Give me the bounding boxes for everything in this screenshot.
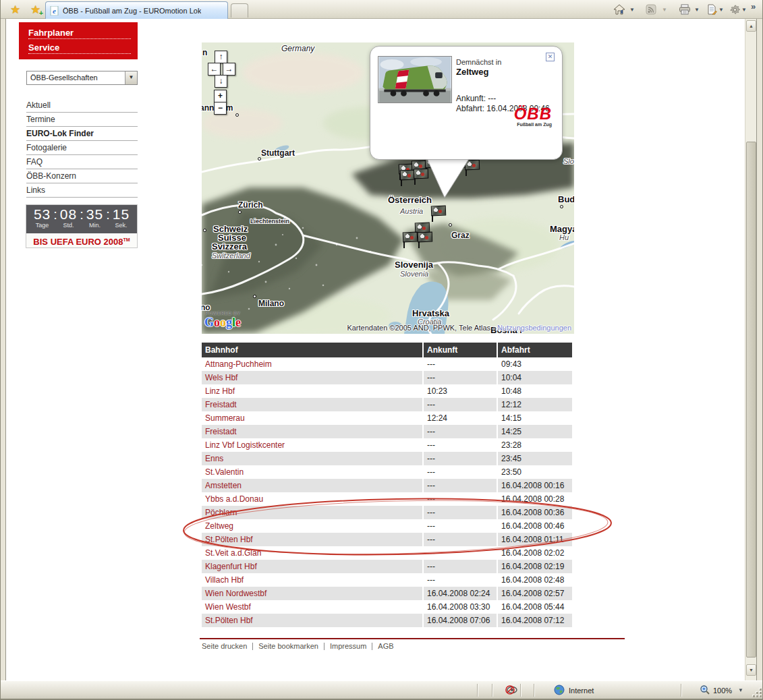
zoom-caret-icon[interactable]: ▼ — [738, 687, 743, 693]
sidebar-header: Fahrplaner Service — [19, 22, 138, 59]
footer-link-agb[interactable]: AGB — [378, 642, 393, 650]
sidebar-link-fahrplaner[interactable]: Fahrplaner — [28, 27, 131, 39]
statusbar-divider — [534, 684, 535, 697]
station-link[interactable]: Linz Hbf — [202, 384, 422, 398]
privacy-blocked-icon[interactable] — [505, 684, 517, 698]
statusbar-divider — [492, 684, 493, 697]
zoom-out-button[interactable]: − — [214, 102, 227, 115]
select-value: ÖBB-Gesellschaften — [30, 74, 98, 82]
tools-button[interactable] — [727, 2, 743, 17]
statusbar-divider — [681, 684, 682, 697]
countdown-unit: 35Min. — [86, 207, 104, 233]
status-zoom-level[interactable]: 100% — [713, 687, 732, 695]
station-link[interactable]: Attnang-Puchheim — [202, 357, 422, 371]
time-cell: 10:23 — [424, 384, 497, 398]
countdown-values: 53Tage:08Std.:35Min.:15Sek. — [26, 205, 137, 233]
popup-close-icon[interactable]: ✕ — [546, 53, 555, 61]
pan-up-button[interactable]: ↑ — [215, 51, 227, 63]
table-row: St.Veit a.d.Glan---16.04.2008 02:02 — [202, 546, 572, 560]
time-cell: 16.04.2008 02:19 — [498, 560, 572, 573]
station-link[interactable]: Freistadt — [202, 425, 422, 438]
station-link[interactable]: Summerau — [202, 411, 422, 425]
train-marker[interactable] — [430, 206, 447, 223]
select-arrow-icon[interactable]: ▼ — [125, 71, 137, 84]
time-cell: --- — [424, 452, 497, 465]
time-cell: 16.04.2008 07:12 — [498, 614, 572, 627]
station-link[interactable]: Ybbs a.d.Donau — [202, 492, 422, 506]
station-link[interactable]: Klagenfurt Hbf — [202, 560, 422, 573]
sidebar-item-fotogalerie[interactable]: Fotogalerie — [26, 141, 138, 155]
time-cell: 09:43 — [498, 357, 572, 371]
sidebar-link-service[interactable]: Service — [28, 42, 131, 54]
feeds-button[interactable] — [643, 2, 659, 17]
vertical-scrollbar[interactable]: ▲ ▼ — [745, 19, 756, 680]
pan-right-button[interactable]: → — [223, 63, 235, 76]
zoom-magnifier-icon[interactable] — [700, 684, 710, 698]
station-link[interactable]: Amstetten — [202, 479, 422, 492]
sidebar-item-links[interactable]: Links — [26, 183, 138, 198]
pan-left-button[interactable]: ← — [208, 63, 221, 76]
station-link[interactable]: St.Pölten Hbf — [202, 614, 422, 627]
footer-link-seite-bookmarken[interactable]: Seite bookmarken — [258, 642, 318, 650]
google-letter: e — [235, 316, 241, 329]
gesellschaften-select[interactable]: ÖBB-Gesellschaften ▼ — [26, 71, 138, 85]
page-button[interactable] — [704, 2, 720, 17]
chevron-more-icon[interactable]: » — [751, 1, 756, 11]
add-favorite-icon[interactable]: ★+ — [30, 3, 40, 17]
station-link[interactable]: Wien Westbf — [202, 600, 422, 614]
countdown-unit: 15Sek. — [112, 207, 130, 233]
station-link[interactable]: Enns — [202, 452, 422, 465]
page-caret-icon[interactable]: ▼ — [718, 7, 724, 13]
browser-tab[interactable]: e ÖBB - Fußball am Zug - EUROmotion Lok — [45, 1, 228, 19]
tools-caret-icon[interactable]: ▼ — [741, 7, 747, 13]
sidebar-item-faq[interactable]: FAQ — [26, 155, 138, 169]
station-link[interactable]: Wien Nordwestbf — [202, 587, 422, 600]
station-link[interactable]: St.Veit a.d.Glan — [202, 546, 422, 560]
time-cell: --- — [424, 357, 497, 371]
station-link[interactable]: St.Pölten Hbf — [202, 533, 422, 546]
station-link[interactable]: Zeltweg — [202, 519, 422, 533]
time-cell: 16.04.2008 03:30 — [424, 600, 497, 614]
google-logo-word[interactable]: Google — [204, 316, 241, 330]
station-link[interactable]: Wels Hbf — [202, 371, 422, 384]
map-info-popup: Demnächst in Zeltweg Ankunft: --- Abfahr… — [370, 46, 563, 160]
print-button[interactable] — [677, 2, 693, 17]
table-row: Klagenfurt Hbf---16.04.2008 02:19 — [202, 560, 572, 573]
new-tab-button[interactable] — [231, 3, 248, 18]
sidebar-item-aktuell[interactable]: Aktuell — [26, 98, 138, 113]
print-caret-icon[interactable]: ▼ — [694, 7, 700, 13]
pan-down-button[interactable]: ↓ — [215, 75, 227, 88]
scroll-up-button[interactable]: ▲ — [746, 20, 756, 32]
sidebar-item-öbb-konzern[interactable]: ÖBB-Konzern — [26, 169, 138, 183]
time-cell: 23:45 — [498, 452, 572, 465]
svg-text:e: e — [53, 7, 56, 15]
attribution-link[interactable]: Nutzungsbedingungen — [497, 324, 571, 332]
station-table-body: Attnang-Puchheim---09:43Wels Hbf---10:04… — [202, 357, 572, 627]
time-cell: 16.04.2008 02:24 — [424, 587, 497, 600]
zoom-in-button[interactable]: + — [214, 90, 227, 103]
time-cell: --- — [424, 398, 497, 411]
time-cell: 16.04.2008 00:46 — [498, 519, 572, 533]
map-canvas[interactable]: GermanynannheimStuttgartZürichLiechtenst… — [202, 42, 574, 334]
home-caret-icon[interactable]: ▼ — [629, 7, 635, 13]
sidebar-item-termine[interactable]: Termine — [26, 113, 138, 127]
station-link[interactable]: Villach Hbf — [202, 573, 422, 587]
scrollbar-thumb[interactable] — [746, 142, 756, 658]
home-button[interactable] — [611, 2, 627, 17]
station-link[interactable]: Linz Vbf Logistkcenter — [202, 438, 422, 452]
station-link[interactable]: St.Valentin — [202, 465, 422, 479]
train-marker[interactable] — [416, 232, 434, 249]
footer-link-impressum[interactable]: Impressum — [330, 642, 366, 650]
station-link[interactable]: Pöchlarn — [202, 506, 422, 519]
footer-rule — [200, 638, 625, 639]
gear-icon — [729, 4, 741, 16]
resize-grip[interactable] — [752, 688, 762, 697]
footer-link-seite-drucken[interactable]: Seite drucken — [202, 642, 247, 650]
favorites-star-icon[interactable]: ★ — [10, 3, 20, 17]
sidebar-item-euro-lok-finder[interactable]: EURO-Lok Finder — [26, 127, 138, 141]
google-letter: g — [226, 316, 232, 329]
countdown-colon: : — [78, 207, 86, 233]
countdown-caption: BIS UEFA EURO 2008TM — [26, 233, 137, 247]
station-link[interactable]: Freistadt — [202, 398, 422, 411]
scroll-down-button[interactable]: ▼ — [746, 664, 756, 676]
